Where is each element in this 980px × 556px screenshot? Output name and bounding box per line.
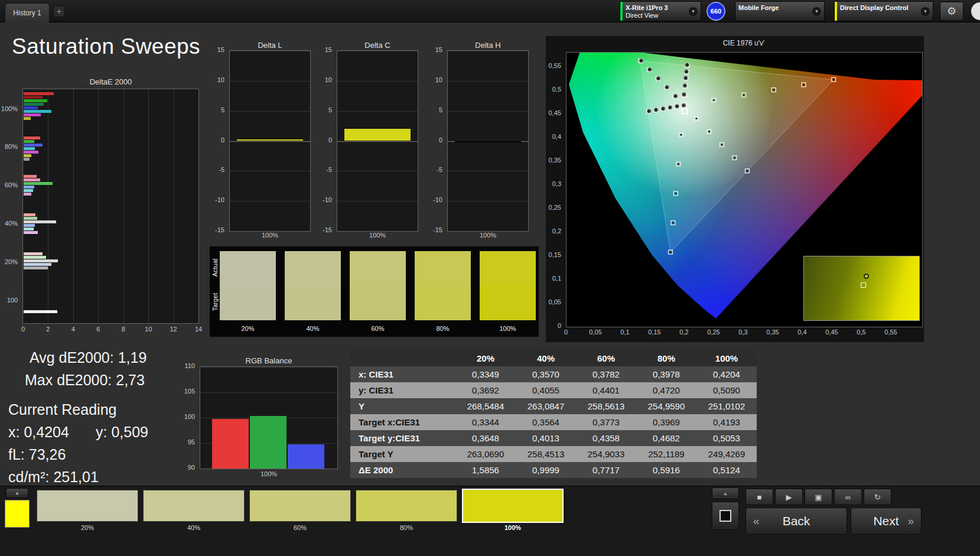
table-cell: 0,4055 xyxy=(516,382,576,398)
rgb-tick-label: 95 xyxy=(188,438,195,446)
cie-x-label: 0,3 xyxy=(738,329,747,336)
table-cell: 0,5916 xyxy=(636,462,696,478)
display-control-name: Direct Display Control xyxy=(840,4,918,12)
cie-measurement-marker xyxy=(647,109,651,113)
table-row-label: ΔE 2000 xyxy=(350,462,455,478)
source-dropdown-text: Mobile Forge xyxy=(735,2,812,21)
next-label: Next xyxy=(873,514,898,528)
bottom-patch-label: 60% xyxy=(249,524,351,531)
cie-x-label: 0,35 xyxy=(766,329,779,336)
rgb-balance-title: RGB Balance xyxy=(200,356,338,365)
table-cell: 0,3349 xyxy=(455,366,516,382)
inset-target-marker xyxy=(861,282,866,288)
table-row: ΔE 20001,58560,99990,77170,59160,5124 xyxy=(350,462,757,478)
table-cell: 0,5090 xyxy=(696,382,757,398)
source-name: Mobile Forge xyxy=(738,4,809,12)
bottom-bar: ▲ 20%40%60%80%100% ▲ ■▶▣∞↻ « Back Next » xyxy=(0,486,980,556)
continuous-button[interactable]: ∞ xyxy=(834,489,862,505)
cie-target-dot xyxy=(680,134,682,135)
pattern-icon xyxy=(719,510,731,522)
pattern-button[interactable]: ▣ xyxy=(805,489,832,505)
table-cell: 0,4204 xyxy=(696,366,757,382)
actual-patch xyxy=(350,251,406,286)
delta-bar xyxy=(455,141,521,142)
delta-gridline xyxy=(337,111,418,112)
corner-profile-button[interactable] xyxy=(971,2,980,20)
rgb-bar-blue xyxy=(288,444,324,469)
target-patch xyxy=(480,286,536,321)
rgb-tick-label: 90 xyxy=(188,464,195,471)
table-cell: 252,1189 xyxy=(636,446,696,462)
delta-gridline xyxy=(230,51,310,51)
current-cdm2: cd/m²: 251,01 xyxy=(8,466,197,488)
bottom-saturation-patch[interactable] xyxy=(249,490,351,522)
delta-l-x-label: 100% xyxy=(229,232,311,239)
deltae-bar xyxy=(24,158,30,161)
expand-right-button[interactable]: ▲ xyxy=(712,487,739,499)
actual-patch xyxy=(415,251,471,286)
table-cell: 254,9590 xyxy=(636,398,696,414)
delta-bar xyxy=(237,139,303,141)
deltae-bar xyxy=(24,113,41,116)
delta-tick-label: 15 xyxy=(325,46,332,53)
cie-target-dot xyxy=(721,144,722,145)
chevron-down-icon[interactable]: ▼ xyxy=(689,7,698,16)
tab-history-1[interactable]: History 1 xyxy=(5,3,50,22)
table-corner xyxy=(350,350,455,366)
rgb-tick-label: 100 xyxy=(184,413,195,420)
meter-dropdown-text: X-Rite i1Pro 3 Direct View xyxy=(623,2,689,21)
table-cell: 0,3692 xyxy=(455,382,516,398)
deltae-gridline xyxy=(73,89,74,323)
deltae-bar xyxy=(24,193,31,196)
cie-y-label: 0 xyxy=(558,322,561,329)
deltae-y-label: 20% xyxy=(5,258,18,265)
cie-target-dot xyxy=(803,84,805,86)
display-control-dropdown[interactable]: Direct Display Control ▼ xyxy=(834,1,933,21)
deltae-bar xyxy=(24,147,35,150)
stop-button[interactable]: ■ xyxy=(745,489,773,505)
delta-gridline xyxy=(448,201,528,201)
bottom-saturation-patch[interactable] xyxy=(356,490,457,522)
meter-dropdown[interactable]: X-Rite i1Pro 3 Direct View ▼ xyxy=(620,1,701,21)
delta-tick-label: 15 xyxy=(217,46,224,53)
cie-target-dot xyxy=(713,99,715,101)
current-fl: fL: 73,26 xyxy=(8,443,197,466)
bottom-saturation-patch[interactable] xyxy=(462,489,564,523)
cie-measurement-marker xyxy=(647,67,652,71)
delta-bar xyxy=(344,129,411,141)
next-button[interactable]: Next » xyxy=(851,508,922,535)
cie-x-label: 0,15 xyxy=(648,329,660,336)
chevron-down-icon[interactable]: ▼ xyxy=(812,7,821,16)
table-row: Target y:CIE310,36480,40130,43580,46820,… xyxy=(350,430,757,446)
table-cell: 0,4193 xyxy=(696,414,757,430)
table-cell: 0,4682 xyxy=(636,430,696,446)
cie-y-label: 0,4 xyxy=(552,133,561,140)
bottom-saturation-patch[interactable] xyxy=(143,490,245,522)
cie-x-label: 0,45 xyxy=(825,329,838,336)
delta-tick-label: -10 xyxy=(323,196,332,203)
play-button[interactable]: ▶ xyxy=(775,489,803,505)
cie-y-label: 0,1 xyxy=(552,275,561,282)
cie-measurement-marker xyxy=(682,92,686,96)
deltae-gridline xyxy=(98,89,99,323)
cie-measurement-marker xyxy=(656,76,660,80)
delta-tick-label: 10 xyxy=(325,76,332,83)
deltae-bar xyxy=(24,220,56,223)
pattern-window-button[interactable] xyxy=(712,502,739,530)
table-cell: 0,3648 xyxy=(455,430,516,446)
back-label: Back xyxy=(783,514,810,528)
chevron-down-icon[interactable]: ▼ xyxy=(921,7,930,16)
source-dropdown[interactable]: Mobile Forge ▼ xyxy=(735,1,825,21)
target-patch xyxy=(350,286,406,321)
table-col-header: 40% xyxy=(516,350,576,366)
current-x: x: 0,4204 xyxy=(8,424,69,440)
deltae-gridline xyxy=(123,89,124,323)
back-button[interactable]: « Back xyxy=(745,508,847,535)
delta-c-chart xyxy=(337,50,418,232)
target-patch xyxy=(415,286,471,321)
meter-id-badge[interactable]: 660 xyxy=(706,2,725,21)
bottom-saturation-patch[interactable] xyxy=(37,490,138,522)
settings-button[interactable]: ⚙ xyxy=(940,2,963,21)
add-tab-button[interactable]: + xyxy=(53,5,65,17)
refresh-button[interactable]: ↻ xyxy=(864,489,891,505)
